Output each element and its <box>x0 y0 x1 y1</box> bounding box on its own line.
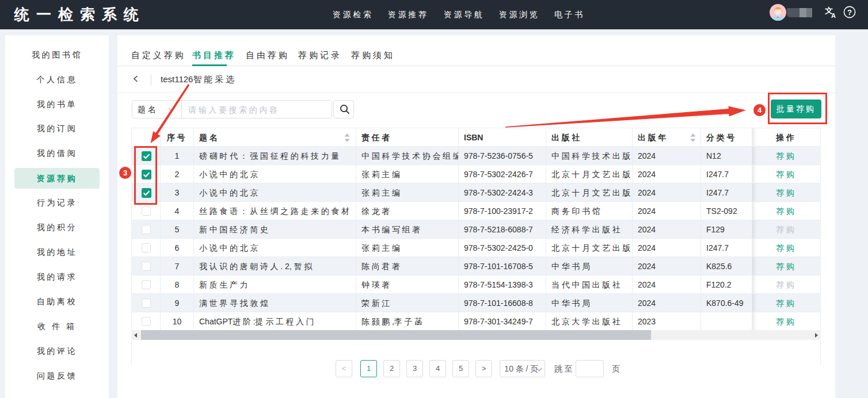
svg-text:?: ? <box>847 8 852 17</box>
svg-text:A: A <box>831 12 836 18</box>
